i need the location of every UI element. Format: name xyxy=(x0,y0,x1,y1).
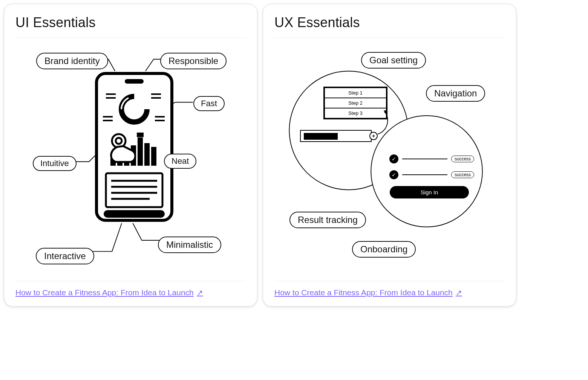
ux-footer-link[interactable]: How to Create a Fitness App: From Idea t… xyxy=(274,288,462,297)
ui-card: UI Essentials xyxy=(4,4,257,307)
label-onboarding: Onboarding xyxy=(352,241,416,258)
svg-rect-18 xyxy=(137,133,144,137)
svg-rect-26 xyxy=(104,210,165,218)
plus-icon: + xyxy=(369,132,378,140)
success-row: ✓ success xyxy=(389,170,474,179)
svg-rect-21 xyxy=(106,173,162,207)
label-goal-setting: Goal setting xyxy=(361,52,426,69)
progress-field xyxy=(300,130,372,142)
label-navigation: Navigation xyxy=(426,85,485,102)
label-interactive: Interactive xyxy=(36,248,94,264)
ui-illustration: Brand identity Responsible Fast Intuitiv… xyxy=(15,38,246,279)
sign-in-button: Sign In xyxy=(390,186,469,198)
success-pill: success xyxy=(451,156,474,162)
step-row: Step 1 xyxy=(325,88,386,98)
svg-rect-1 xyxy=(125,79,144,84)
ui-title: UI Essentials xyxy=(15,15,246,38)
label-neat: Neat xyxy=(164,154,196,169)
svg-rect-16 xyxy=(144,143,150,166)
label-fast: Fast xyxy=(193,96,225,111)
label-result-tracking: Result tracking xyxy=(289,212,366,228)
success-row: ✓ success xyxy=(389,154,474,163)
ui-footer-link[interactable]: How to Create a Fitness App: From Idea t… xyxy=(15,288,203,297)
phone-icon xyxy=(95,72,174,222)
external-link-icon: ↗ xyxy=(197,288,203,297)
label-brand-identity: Brand identity xyxy=(36,53,108,69)
ux-title: UX Essentials xyxy=(274,15,505,38)
check-icon: ✓ xyxy=(389,154,398,163)
link-text: How to Create a Fitness App: From Idea t… xyxy=(15,288,194,297)
steps-list: Step 1 Step 2 Step 3 xyxy=(323,87,387,119)
label-intuitive: Intuitive xyxy=(33,156,77,171)
label-minimalistic: Minimalistic xyxy=(158,237,221,253)
step-row: Step 2 xyxy=(325,98,386,108)
link-text: How to Create a Fitness App: From Idea t… xyxy=(274,288,453,297)
label-responsible: Responsible xyxy=(160,53,227,69)
svg-rect-15 xyxy=(138,137,143,166)
check-icon: ✓ xyxy=(389,170,398,179)
svg-rect-17 xyxy=(151,147,156,166)
external-link-icon: ↗ xyxy=(456,288,462,297)
ux-illustration: Step 1 Step 2 Step 3 + ✓ success ✓ succe… xyxy=(274,38,505,279)
success-pill: success xyxy=(451,171,474,178)
step-row: Step 3 xyxy=(325,108,386,118)
ux-card: UX Essentials Step 1 Step 2 Step 3 + xyxy=(263,4,516,307)
